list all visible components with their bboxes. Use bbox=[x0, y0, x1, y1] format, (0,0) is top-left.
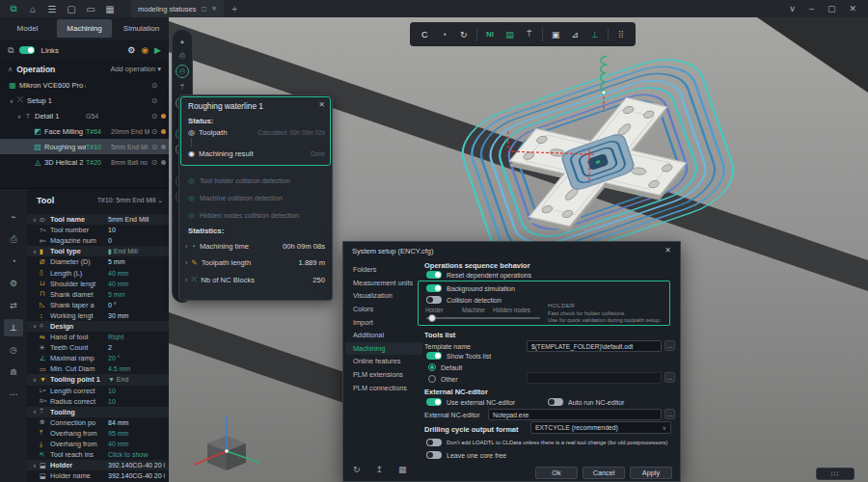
save-icon[interactable]: ▦ bbox=[102, 2, 118, 15]
tool-property-row[interactable]: R=Radius correct10 bbox=[27, 396, 169, 407]
expand-caret-icon[interactable]: › bbox=[185, 277, 187, 283]
tab-model[interactable]: Model bbox=[0, 17, 55, 40]
tool-property-row[interactable]: ▯Length (L)40 mm bbox=[27, 267, 169, 278]
close-popup-icon[interactable]: ✕ bbox=[318, 100, 325, 109]
time-icon[interactable]: ◷ bbox=[4, 341, 23, 359]
property-value[interactable]: 10 bbox=[108, 227, 165, 233]
machine-sim-icon[interactable]: ⎙ bbox=[176, 65, 189, 78]
close-tab-icon[interactable]: ✕ bbox=[211, 5, 217, 13]
machine-view-icon[interactable]: ⎙ bbox=[176, 49, 189, 63]
document-tab[interactable]: modeling statuses ◻ ✕ bbox=[131, 0, 224, 17]
property-value[interactable]: 95 mm bbox=[108, 430, 165, 437]
operation-row[interactable]: ◬3D Helical 2T#208mm Ball no⊙ bbox=[0, 154, 169, 170]
tool-property-row[interactable]: ◺Shank taper a0 ° bbox=[27, 300, 169, 310]
app-logo-icon[interactable]: ⧉ bbox=[6, 2, 21, 15]
browse-nc-editor-button[interactable]: ... bbox=[665, 409, 675, 419]
new-tab-button[interactable]: + bbox=[231, 4, 237, 14]
expand-caret-icon[interactable]: › bbox=[185, 243, 187, 250]
operation-row[interactable]: ◩Face Milling 1T#6420mm End M⊙ bbox=[0, 123, 169, 139]
cancel-button[interactable]: Cancel bbox=[583, 467, 625, 479]
add-operation-button[interactable]: Add operation ▾ bbox=[110, 65, 161, 73]
collision-check-row[interactable]: ◎Hidden nodes collision detection bbox=[188, 211, 299, 220]
collision-check-row[interactable]: ◎Tool holder collision detection bbox=[188, 176, 290, 185]
property-value[interactable]: 10 bbox=[108, 388, 165, 394]
browse-other-button[interactable]: ... bbox=[665, 372, 675, 383]
run-simulation-icon[interactable]: ▶ bbox=[154, 45, 161, 55]
other-template-field[interactable] bbox=[527, 372, 662, 384]
settings-gear-icon[interactable]: ⚙ bbox=[4, 275, 23, 292]
property-value[interactable]: 4.5 mm bbox=[108, 365, 165, 372]
other-radio[interactable] bbox=[428, 375, 436, 383]
property-value[interactable]: 20 ° bbox=[108, 355, 165, 362]
property-value[interactable]: 392.140CG-40 20 060 bbox=[108, 472, 165, 479]
property-value[interactable]: 30 mm bbox=[108, 312, 165, 319]
tab-machining[interactable]: Machining bbox=[57, 19, 112, 38]
collision-level-slider[interactable] bbox=[426, 317, 540, 319]
statistic-row[interactable]: ›✎Toolpath length1.889 m bbox=[185, 258, 325, 267]
tool-property-row[interactable]: #=Magazine num0 bbox=[27, 235, 169, 246]
tool-property-row[interactable]: ⊔Shoulder lengt40 mm bbox=[27, 279, 169, 289]
property-value[interactable]: 0 bbox=[108, 237, 165, 244]
reset-settings-icon[interactable]: ↻ bbox=[353, 465, 361, 474]
use-nc-editor-toggle[interactable] bbox=[426, 398, 442, 406]
save-settings-icon[interactable]: ▦ bbox=[398, 465, 407, 474]
dialog-nav-additional[interactable]: Additional bbox=[345, 329, 422, 342]
settings-gear-icon[interactable]: ⚙ bbox=[127, 45, 135, 55]
tool-icon[interactable]: ⊥ bbox=[4, 319, 23, 336]
loadtl-toggle[interactable] bbox=[426, 439, 442, 446]
holder-icon[interactable]: ⍑ bbox=[521, 26, 538, 43]
core-free-toggle[interactable] bbox=[426, 451, 442, 459]
operation-row[interactable]: ▨Roughing waterli...T#105mm End Mi⊙ bbox=[0, 139, 169, 154]
collapse-up-icon[interactable]: ▴ bbox=[176, 34, 189, 47]
property-value[interactable]: 0 ° bbox=[108, 302, 165, 308]
tool-property-row[interactable]: L=Length correct10 bbox=[27, 386, 169, 396]
tool-property-row[interactable]: ∨▼Tooling point 1▼ End bbox=[27, 374, 169, 385]
tool-property-row[interactable]: ⤒Overhang from95 mm bbox=[27, 428, 169, 439]
browse-template-button[interactable]: ... bbox=[665, 340, 675, 351]
default-radio[interactable] bbox=[428, 363, 436, 371]
tab-simulation[interactable]: Simulation bbox=[114, 17, 169, 40]
home-icon[interactable]: ⌂ bbox=[25, 2, 41, 15]
pin-tab-icon[interactable]: ◻ bbox=[201, 5, 206, 13]
machining-result-row[interactable]: ◉ Machining result Done bbox=[188, 149, 325, 158]
more-icon[interactable]: ⋯ bbox=[4, 386, 23, 403]
minimize-button[interactable]: – bbox=[809, 4, 814, 13]
tool-property-row[interactable]: T=Tool number10 bbox=[27, 225, 169, 235]
collision-check-row[interactable]: ◎Machine collision detection bbox=[188, 194, 283, 202]
transform-icon[interactable]: ⇄ bbox=[4, 297, 23, 314]
drill-format-dropdown[interactable]: EXTCYCLE (recommended) ∨ bbox=[530, 421, 671, 434]
locate-target-icon[interactable]: ⊙ bbox=[149, 127, 159, 136]
chart-icon[interactable]: ⊿ bbox=[566, 26, 583, 43]
machine-icon[interactable]: ⎙ bbox=[4, 230, 23, 248]
window-icon[interactable]: ▣ bbox=[547, 26, 564, 43]
holder-view-icon[interactable]: ⍑ bbox=[176, 81, 189, 94]
slider-level-label[interactable]: Machine bbox=[462, 307, 485, 313]
tool-property-row[interactable]: ↕Working lengt30 mm bbox=[27, 310, 169, 321]
property-value[interactable]: 392.140CG-40 20 060 bbox=[108, 462, 165, 469]
tool-selector[interactable]: T#10: 5mm End Mill ⌄ bbox=[97, 197, 163, 204]
tool-property-row[interactable]: ⊕Connection po84 mm bbox=[27, 417, 169, 428]
apply-button[interactable]: Apply bbox=[630, 467, 672, 479]
slider-level-label[interactable]: Hidden nodes bbox=[493, 307, 530, 313]
property-value[interactable]: 40 mm bbox=[108, 270, 165, 277]
tool-property-row[interactable]: ⬓Holder name392.140CG-40 20 060 bbox=[27, 470, 169, 481]
property-value[interactable]: 5 mm bbox=[108, 291, 165, 298]
tool-property-row[interactable]: ∨IDTool name5mm End Mill bbox=[27, 214, 169, 225]
slider-level-label[interactable]: Holder bbox=[425, 307, 444, 313]
flip-view-icon[interactable]: ↻ bbox=[455, 26, 473, 43]
nc-editor-field[interactable]: Notepad.exe bbox=[488, 409, 662, 420]
collision-slider-thumb[interactable] bbox=[428, 314, 436, 322]
tool-property-row[interactable]: ✳Teeth Count2 bbox=[27, 342, 169, 353]
collapse-chevron-icon[interactable]: ∨ bbox=[789, 4, 796, 13]
property-value[interactable]: 5 mm bbox=[108, 258, 165, 265]
nc-program-icon[interactable]: ▤ bbox=[501, 26, 518, 43]
structure-icon[interactable]: ⁞⁞ bbox=[612, 26, 630, 43]
export-settings-icon[interactable]: ↥ bbox=[376, 465, 384, 474]
statistic-row[interactable]: ›◔Machining time00h 09m 08s bbox=[185, 242, 325, 251]
tool-property-row[interactable]: ▭Min. Cut Diam4.5 mm bbox=[27, 363, 169, 374]
dialog-nav-colors[interactable]: Colors bbox=[345, 303, 422, 316]
tool-property-row[interactable]: ∨⬓Holder392.140CG-40 20 060 bbox=[27, 460, 169, 470]
dialog-nav-online-features[interactable]: Online features bbox=[345, 355, 422, 368]
dialog-nav-plm-connections[interactable]: PLM connections bbox=[345, 381, 422, 394]
tool-measure-icon[interactable]: ⊥ bbox=[585, 26, 603, 43]
